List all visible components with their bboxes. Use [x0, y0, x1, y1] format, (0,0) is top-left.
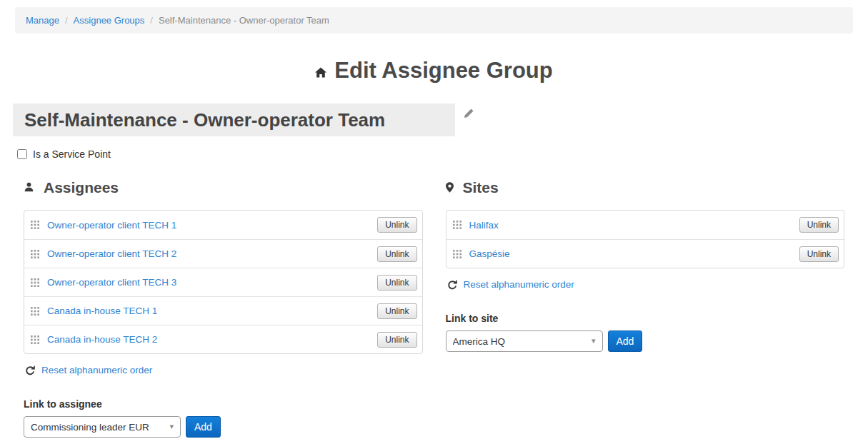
list-item: Owner-operator client TECH 1 Unlink	[24, 211, 422, 239]
row-link[interactable]: Owner-operator client TECH 3	[47, 277, 377, 288]
add-assignee-button[interactable]: Add	[186, 416, 221, 438]
breadcrumb: Manage/Assignee Groups/Self-Maintenance …	[15, 7, 853, 34]
row-link[interactable]: Canada in-house TECH 1	[47, 306, 377, 316]
site-select[interactable]: America HQ	[446, 330, 603, 352]
breadcrumb-link-assignee-groups[interactable]: Assignee Groups	[74, 15, 145, 26]
breadcrumb-separator: /	[150, 15, 153, 26]
refresh-icon	[447, 280, 457, 290]
assignees-reset-row: Reset alphanumeric order	[24, 365, 423, 375]
grip-icon[interactable]	[31, 250, 39, 258]
assignees-column: Assignees Owner-operator client TECH 1 U…	[24, 179, 423, 438]
page-title-text: Edit Assignee Group	[334, 58, 552, 83]
link-to-assignee-label: Link to assignee	[24, 398, 423, 410]
list-item: Owner-operator client TECH 3 Unlink	[24, 268, 422, 296]
sites-heading-text: Sites	[463, 179, 499, 196]
row-link[interactable]: Owner-operator client TECH 2	[47, 248, 377, 259]
person-icon	[24, 179, 34, 196]
home-icon	[315, 58, 326, 83]
site-select-wrap: America HQ ▾	[446, 330, 603, 352]
service-point-checkbox[interactable]	[17, 149, 27, 159]
list-item: Halifax Unlink	[447, 211, 844, 239]
service-point-row: Is a Service Point	[17, 148, 868, 160]
assignee-select[interactable]: Commissioning leader EUR	[24, 416, 181, 438]
list-item: Canada in-house TECH 2 Unlink	[24, 325, 422, 353]
grip-icon[interactable]	[31, 278, 39, 287]
group-name-block: Self-Maintenance - Owner-operator Team	[13, 104, 868, 136]
sites-list: Halifax Unlink Gaspésie Unlink	[446, 210, 845, 268]
grip-icon[interactable]	[453, 221, 462, 229]
unlink-button[interactable]: Unlink	[799, 246, 839, 262]
list-item: Owner-operator client TECH 2 Unlink	[24, 239, 422, 268]
breadcrumb-link-manage[interactable]: Manage	[26, 15, 59, 26]
assignees-reset-link[interactable]: Reset alphanumeric order	[41, 365, 152, 375]
pencil-icon[interactable]	[464, 108, 474, 121]
row-link[interactable]: Gaspésie	[469, 248, 799, 259]
unlink-button[interactable]: Unlink	[377, 217, 416, 233]
row-link[interactable]: Halifax	[469, 220, 799, 231]
sites-heading: Sites	[446, 179, 845, 196]
link-to-assignee-block: Link to assignee Commissioning leader EU…	[24, 398, 423, 438]
sites-reset-link[interactable]: Reset alphanumeric order	[464, 279, 574, 290]
grip-icon[interactable]	[31, 307, 39, 316]
refresh-icon	[25, 365, 35, 375]
breadcrumb-current: Self-Maintenance - Owner-operator Team	[159, 15, 329, 26]
unlink-button[interactable]: Unlink	[377, 246, 416, 262]
sites-reset-row: Reset alphanumeric order	[446, 279, 845, 290]
assignees-heading-text: Assignees	[44, 179, 119, 196]
list-item: Canada in-house TECH 1 Unlink	[24, 296, 422, 325]
link-to-site-block: Link to site America HQ ▾ Add	[446, 313, 845, 352]
link-to-site-label: Link to site	[446, 313, 845, 324]
group-name: Self-Maintenance - Owner-operator Team	[13, 104, 455, 136]
unlink-button[interactable]: Unlink	[377, 332, 416, 348]
assignees-list: Owner-operator client TECH 1 Unlink Owne…	[24, 210, 423, 354]
row-link[interactable]: Owner-operator client TECH 1	[47, 220, 377, 231]
page-title: Edit Assignee Group	[0, 58, 868, 84]
grip-icon[interactable]	[31, 221, 39, 229]
sites-column: Sites Halifax Unlink Gaspésie Unlink Res	[446, 179, 845, 438]
assignees-heading: Assignees	[24, 179, 423, 196]
unlink-button[interactable]: Unlink	[799, 217, 839, 233]
unlink-button[interactable]: Unlink	[377, 275, 416, 291]
row-link[interactable]: Canada in-house TECH 2	[47, 334, 377, 345]
service-point-label: Is a Service Point	[33, 148, 111, 160]
grip-icon[interactable]	[453, 250, 462, 258]
map-marker-icon	[446, 179, 454, 196]
list-item: Gaspésie Unlink	[447, 239, 844, 268]
assignee-select-wrap: Commissioning leader EUR ▾	[24, 416, 181, 438]
grip-icon[interactable]	[31, 335, 39, 344]
breadcrumb-separator: /	[65, 15, 68, 26]
columns: Assignees Owner-operator client TECH 1 U…	[24, 179, 844, 438]
add-site-button[interactable]: Add	[608, 330, 643, 352]
unlink-button[interactable]: Unlink	[377, 303, 416, 319]
